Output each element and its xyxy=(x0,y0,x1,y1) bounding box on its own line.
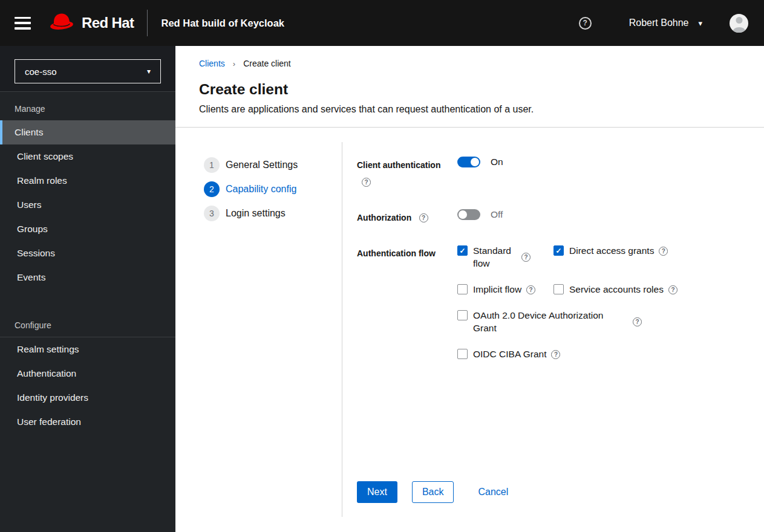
checkbox-label: OAuth 2.0 Device Authorization Grant xyxy=(473,310,612,335)
step-label: Capability config xyxy=(226,184,296,195)
capability-config-form: Client authentication ? On Authorization… xyxy=(357,157,764,481)
step-label: General Settings xyxy=(226,160,298,170)
sidebar-item-authentication[interactable]: Authentication xyxy=(0,362,175,386)
authorization-label: Authorization xyxy=(357,213,411,222)
sidebar-item-clients[interactable]: Clients xyxy=(0,120,175,144)
checkbox-label: Direct access grants xyxy=(569,245,654,258)
nav-section-title: Configure xyxy=(0,308,175,337)
wizard-body: Client authentication ? On Authorization… xyxy=(342,142,764,517)
page-title: Create client xyxy=(199,81,740,98)
create-client-wizard: 1 General Settings 2 Capability config 3… xyxy=(175,142,764,517)
step-label: Login settings xyxy=(226,208,286,219)
app-title: Red Hat build of Keycloak xyxy=(161,18,284,29)
client-authentication-label: Client authentication xyxy=(357,160,440,170)
service-accounts-roles-checkbox[interactable] xyxy=(553,284,564,294)
back-button[interactable]: Back xyxy=(412,481,454,503)
standard-flow-checkbox[interactable]: ✓ xyxy=(457,245,468,256)
oauth-device-grant-checkbox[interactable] xyxy=(457,310,468,320)
wizard-nav: 1 General Settings 2 Capability config 3… xyxy=(175,142,342,517)
next-button[interactable]: Next xyxy=(357,481,397,503)
user-name: Robert Bohne xyxy=(629,18,689,28)
authentication-flow-label: Authentication flow xyxy=(357,248,436,258)
realm-selector[interactable]: coe-sso ▾ xyxy=(15,59,161,83)
authorization-row: Authorization ? Off xyxy=(357,209,764,226)
redhat-hat-icon xyxy=(48,11,76,34)
checkbox-label: OIDC CIBA Grant xyxy=(473,348,546,361)
direct-access-grants-option: ✓ Direct access grants ? xyxy=(553,245,677,258)
sidebar-item-realm-settings[interactable]: Realm settings xyxy=(0,337,175,362)
avatar[interactable] xyxy=(730,14,748,33)
sidebar-item-groups[interactable]: Groups xyxy=(0,217,175,241)
client-authentication-row: Client authentication ? On xyxy=(357,157,764,190)
authentication-flow-options: ✓ Standard flow ? ✓ Direct access grants… xyxy=(457,245,677,361)
wizard-step-login-settings[interactable]: 3 Login settings xyxy=(204,206,342,221)
help-icon[interactable]: ? xyxy=(521,253,531,262)
nav-section-manage: Manage Clients Client scopes Realm roles… xyxy=(0,92,175,290)
checkbox-label: Implicit flow xyxy=(473,284,521,296)
direct-access-grants-checkbox[interactable]: ✓ xyxy=(553,245,564,256)
help-icon[interactable]: ? xyxy=(668,285,677,294)
wizard-step-capability-config[interactable]: 2 Capability config xyxy=(204,181,342,197)
help-icon[interactable]: ? xyxy=(659,247,668,256)
oidc-ciba-grant-checkbox[interactable] xyxy=(457,349,468,359)
authorization-toggle[interactable] xyxy=(457,209,480,220)
help-icon[interactable]: ? xyxy=(419,213,428,222)
realm-selector-area: coe-sso ▾ xyxy=(0,46,175,91)
breadcrumb-current: Create client xyxy=(243,59,291,68)
nav-section-configure: Configure Realm settings Authentication … xyxy=(0,308,175,434)
service-accounts-roles-option: Service accounts roles ? xyxy=(553,284,677,296)
main-content: Clients › Create client Create client Cl… xyxy=(175,46,764,532)
help-icon[interactable]: ? xyxy=(526,285,535,294)
user-menu[interactable]: Robert Bohne ▾ xyxy=(629,18,702,28)
redhat-logo[interactable]: Red Hat xyxy=(48,11,134,34)
global-nav-toggle[interactable] xyxy=(15,17,31,30)
brand-divider xyxy=(147,10,148,36)
sidebar-item-users[interactable]: Users xyxy=(0,193,175,217)
realm-name: coe-sso xyxy=(25,66,57,77)
sidebar-item-realm-roles[interactable]: Realm roles xyxy=(0,169,175,193)
checkbox-label: Standard flow xyxy=(473,245,517,270)
cancel-button[interactable]: Cancel xyxy=(468,481,518,503)
help-icon[interactable]: ? xyxy=(551,350,560,359)
page-head-divider xyxy=(175,127,764,128)
help-icon[interactable]: ? xyxy=(579,17,592,30)
client-authentication-state: On xyxy=(491,157,503,167)
sidebar: coe-sso ▾ Manage Clients Client scopes R… xyxy=(0,46,175,532)
implicit-flow-checkbox[interactable] xyxy=(457,284,468,294)
masthead: Red Hat Red Hat build of Keycloak ? Robe… xyxy=(0,0,764,46)
sidebar-item-sessions[interactable]: Sessions xyxy=(0,241,175,265)
breadcrumb: Clients › Create client xyxy=(199,59,740,68)
sidebar-item-identity-providers[interactable]: Identity providers xyxy=(0,386,175,410)
oidc-ciba-grant-option: OIDC CIBA Grant ? xyxy=(457,348,677,361)
client-authentication-toggle[interactable] xyxy=(457,157,480,167)
breadcrumb-clients-link[interactable]: Clients xyxy=(199,59,225,68)
sidebar-item-user-federation[interactable]: User federation xyxy=(0,410,175,434)
step-number: 2 xyxy=(204,181,220,197)
standard-flow-option: ✓ Standard flow ? xyxy=(457,245,553,270)
oauth-device-grant-option: OAuth 2.0 Device Authorization Grant ? xyxy=(457,310,677,335)
brand-name: Red Hat xyxy=(82,15,134,31)
page-subtitle: Clients are applications and services th… xyxy=(199,104,740,115)
step-number: 1 xyxy=(204,157,220,173)
sidebar-item-client-scopes[interactable]: Client scopes xyxy=(0,144,175,169)
wizard-footer: Next Back Cancel xyxy=(357,481,764,517)
hamburger-icon xyxy=(15,17,31,19)
chevron-down-icon: ▾ xyxy=(698,19,702,28)
breadcrumb-separator-icon: › xyxy=(233,59,235,68)
help-icon[interactable]: ? xyxy=(362,178,371,187)
authorization-state: Off xyxy=(491,209,503,220)
implicit-flow-option: Implicit flow ? xyxy=(457,284,553,296)
chevron-down-icon: ▾ xyxy=(147,67,151,76)
nav-section-title: Manage xyxy=(0,92,175,120)
wizard-step-general-settings[interactable]: 1 General Settings xyxy=(204,157,342,173)
sidebar-item-events[interactable]: Events xyxy=(0,265,175,290)
help-icon[interactable]: ? xyxy=(633,317,642,326)
checkbox-label: Service accounts roles xyxy=(569,284,664,296)
step-number: 3 xyxy=(204,206,220,221)
authentication-flow-row: Authentication flow ✓ Standard flow ? ✓ … xyxy=(357,245,764,361)
